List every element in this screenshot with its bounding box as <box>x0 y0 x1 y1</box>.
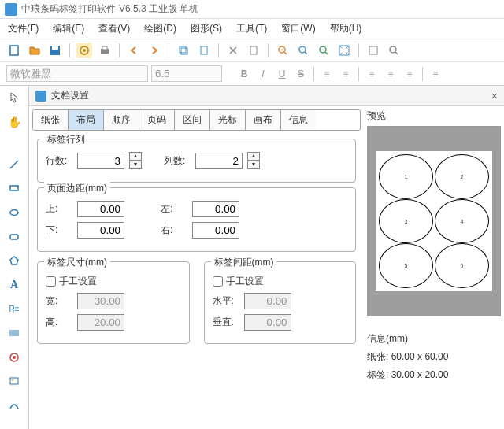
cut-icon[interactable] <box>225 43 241 58</box>
italic-icon[interactable]: I <box>255 66 271 82</box>
bottom-input[interactable] <box>77 222 124 239</box>
gap-manual-check[interactable] <box>213 276 223 287</box>
preview-cell: 4 <box>435 199 489 244</box>
tab-layout[interactable]: 布局 <box>69 110 104 130</box>
group-rowscols: 标签行列 行数: ▲▼ 列数: ▲▼ <box>37 139 356 183</box>
zoom-fit-icon[interactable] <box>316 43 332 58</box>
group-labelsize-title: 标签尺寸(mm) <box>44 256 110 269</box>
new-icon[interactable] <box>6 43 22 58</box>
paste-icon[interactable] <box>196 43 212 58</box>
info-title: 信息(mm) <box>367 332 501 346</box>
vgap-input <box>244 314 291 331</box>
hgap-label: 水平: <box>213 294 238 308</box>
rows-down[interactable]: ▼ <box>129 161 142 169</box>
pointer-icon[interactable] <box>5 89 24 107</box>
svg-point-22 <box>13 356 16 359</box>
undo-icon[interactable] <box>126 43 142 58</box>
menu-help[interactable]: 帮助(H) <box>328 20 364 37</box>
text-icon[interactable]: A <box>5 276 24 294</box>
rows-up[interactable]: ▲ <box>129 152 142 161</box>
app-icon <box>5 3 17 16</box>
underline-icon[interactable]: U <box>274 66 290 82</box>
open-icon[interactable] <box>27 43 43 58</box>
richtext-icon[interactable]: R≡ <box>5 300 24 318</box>
gear-icon[interactable] <box>76 43 92 58</box>
align3-icon[interactable]: ≡ <box>402 66 417 82</box>
vgap-label: 垂直: <box>213 316 238 329</box>
redo-icon[interactable] <box>146 43 162 58</box>
tab-paper[interactable]: 纸张 <box>33 110 69 130</box>
menu-draw[interactable]: 绘图(D) <box>143 20 178 37</box>
bold-icon[interactable]: B <box>236 66 252 82</box>
svg-rect-9 <box>201 46 207 54</box>
rows-label: 行数: <box>46 154 71 168</box>
svg-rect-6 <box>102 46 107 50</box>
preview-cell: 5 <box>379 243 433 288</box>
doc-settings-dialog: 文档设置 × 纸张 布局 顺序 页码 区间 光标 画布 信息 标签行列 <box>29 86 504 429</box>
tab-pageno[interactable]: 页码 <box>139 110 175 130</box>
right-input[interactable] <box>192 222 239 239</box>
tab-order[interactable]: 顺序 <box>104 110 139 130</box>
line-icon[interactable] <box>5 155 24 173</box>
dialog-title: 文档设置 <box>51 89 89 102</box>
zoom-in-icon[interactable]: + <box>275 43 291 58</box>
tab-info[interactable]: 信息 <box>281 110 316 130</box>
top-input[interactable] <box>77 201 124 217</box>
search-icon[interactable] <box>386 43 402 58</box>
strike-icon[interactable]: S <box>293 66 309 82</box>
align-center-icon[interactable]: ≡ <box>338 66 354 82</box>
align1-icon[interactable]: ≡ <box>364 66 380 82</box>
arc-icon[interactable] <box>5 420 24 429</box>
curve-icon[interactable] <box>5 397 24 415</box>
menu-shape[interactable]: 图形(S) <box>189 20 224 37</box>
zoom-out-icon[interactable] <box>295 43 311 58</box>
barcode-icon[interactable] <box>5 324 24 342</box>
copy-icon[interactable] <box>176 43 191 58</box>
size-select[interactable] <box>151 65 222 82</box>
print-icon[interactable] <box>97 43 113 58</box>
cols-down[interactable]: ▼ <box>247 161 260 169</box>
gap-manual-label: 手工设置 <box>226 275 264 288</box>
group-margins-title: 页面边距(mm) <box>44 182 110 195</box>
roundrect-icon[interactable] <box>5 227 24 246</box>
font-select[interactable] <box>6 65 148 82</box>
save-icon[interactable] <box>47 43 63 58</box>
fit-screen-icon[interactable] <box>336 43 352 58</box>
svg-rect-10 <box>250 46 257 54</box>
align2-icon[interactable]: ≡ <box>383 66 398 82</box>
left-input[interactable] <box>192 201 239 217</box>
left-label: 左: <box>161 202 186 216</box>
bottom-label: 下: <box>46 224 71 237</box>
svg-point-24 <box>12 379 13 381</box>
rows-input[interactable] <box>77 153 124 169</box>
clipboard-icon[interactable] <box>246 43 261 58</box>
tabs: 纸张 布局 顺序 页码 区间 光标 画布 信息 <box>32 109 361 131</box>
rect-icon[interactable] <box>5 179 24 198</box>
tab-canvas[interactable]: 画布 <box>246 110 281 130</box>
tab-range[interactable]: 区间 <box>175 110 210 130</box>
height-input <box>77 314 124 331</box>
target-icon[interactable] <box>5 349 24 367</box>
svg-rect-2 <box>52 46 58 50</box>
grid-icon[interactable] <box>365 43 381 58</box>
info-paper-value: 60.00 x 60.00 <box>391 351 449 362</box>
align4-icon[interactable]: ≡ <box>428 66 443 82</box>
align-left-icon[interactable]: ≡ <box>319 66 335 82</box>
tab-cursor[interactable]: 光标 <box>210 110 246 130</box>
ellipse-icon[interactable] <box>5 204 24 222</box>
menu-view[interactable]: 查看(V) <box>97 20 132 37</box>
menu-tool[interactable]: 工具(T) <box>235 20 269 37</box>
menu-file[interactable]: 文件(F) <box>6 20 40 37</box>
menu-window[interactable]: 窗口(W) <box>280 20 317 37</box>
hand-icon[interactable]: ✋ <box>5 113 24 131</box>
close-icon[interactable]: × <box>491 90 498 102</box>
menu-edit[interactable]: 编辑(E) <box>51 20 86 37</box>
cols-input[interactable] <box>195 153 243 169</box>
image-icon[interactable] <box>5 372 24 390</box>
size-manual-check[interactable] <box>46 276 56 287</box>
cols-up[interactable]: ▲ <box>247 152 260 161</box>
svg-rect-16 <box>369 46 377 54</box>
svg-point-13 <box>299 46 306 53</box>
polygon-icon[interactable] <box>5 252 24 270</box>
svg-text:+: + <box>280 47 284 52</box>
